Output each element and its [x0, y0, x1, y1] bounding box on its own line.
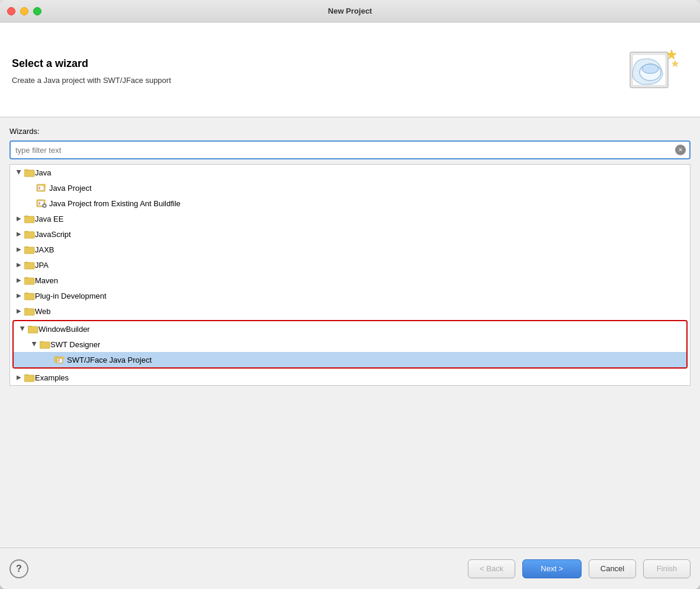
svg-rect-21	[24, 293, 34, 300]
close-button[interactable]	[7, 7, 15, 15]
folder-icon-plugin-dev	[24, 291, 35, 300]
javascript-label: JavaScript	[35, 230, 71, 239]
finish-button[interactable]: Finish	[643, 559, 691, 578]
header-area: Select a wizard Create a Java project wi…	[0, 23, 700, 117]
tree-item-web[interactable]: ▶ Web	[10, 303, 690, 319]
tree-item-java[interactable]: ▶ Java	[10, 165, 690, 180]
maximize-button[interactable]	[33, 7, 41, 15]
java-project-label: Java Project	[49, 184, 92, 193]
filter-input-wrapper: ×	[9, 140, 691, 159]
jp-ant-icon: J	[36, 199, 47, 208]
tree-item-java-project[interactable]: ▶ J Java Project	[10, 180, 690, 196]
maven-label: Maven	[35, 276, 58, 285]
svg-rect-24	[40, 342, 50, 348]
bottom-area	[0, 393, 700, 548]
wizards-label: Wizards:	[9, 127, 691, 136]
arrow-jpa: ▶	[15, 261, 23, 269]
folder-icon-examples	[24, 373, 35, 382]
title-bar: New Project	[0, 0, 700, 23]
arrow-jaxb: ▶	[15, 245, 23, 254]
tree-item-java-project-ant[interactable]: ▶ J Java Project from Existing Ant Build…	[10, 196, 690, 211]
window-title: New Project	[328, 7, 372, 15]
svg-point-3	[642, 64, 659, 73]
java-project-ant-label: Java Project from Existing Ant Buildfile	[49, 199, 181, 208]
arrow-examples: ▶	[15, 373, 23, 382]
clear-icon[interactable]: ×	[675, 145, 686, 155]
page-subtitle: Create a Java project with SWT/JFace sup…	[12, 76, 171, 85]
arrow-swt-designer: ▶	[30, 340, 38, 348]
svg-rect-20	[24, 278, 34, 284]
tree-item-plugin-dev[interactable]: ▶ Plug-in Development	[10, 288, 690, 303]
wizard-icon-area	[617, 41, 688, 101]
arrow-javascript: ▶	[15, 230, 23, 238]
tree-container[interactable]: ▶ Java ▶ J	[9, 164, 691, 386]
jp-icon: J	[36, 183, 47, 193]
arrow-java-ee: ▶	[15, 215, 23, 223]
help-button[interactable]: ?	[9, 559, 28, 578]
java-ee-label: Java EE	[35, 215, 63, 223]
tree-item-javascript[interactable]: ▶ JavaScript	[10, 226, 690, 242]
next-button[interactable]: Next >	[522, 559, 582, 578]
svg-rect-22	[24, 309, 34, 315]
arrow-windowbuilder: ▶	[18, 325, 27, 333]
tree-item-jaxb[interactable]: ▶ JAXB	[10, 242, 690, 257]
svg-rect-17	[24, 232, 34, 238]
traffic-lights	[7, 7, 41, 15]
page-title: Select a wizard	[12, 57, 171, 70]
folder-icon-java	[24, 168, 35, 177]
windowbuilder-label: WindowBuilder	[38, 325, 90, 334]
arrow-maven: ▶	[15, 276, 23, 284]
folder-icon-windowbuilder	[28, 324, 38, 334]
tree-item-maven[interactable]: ▶ Maven	[10, 273, 690, 288]
svg-text:J: J	[38, 201, 40, 205]
button-bar: ? < Back Next > Cancel Finish	[0, 548, 700, 589]
wizard-icon	[624, 47, 681, 95]
arrow-web: ▶	[15, 307, 23, 315]
folder-icon-javascript	[24, 229, 35, 239]
svg-rect-6	[24, 170, 34, 177]
folder-icon-maven	[24, 276, 35, 285]
svg-rect-19	[24, 263, 34, 269]
folder-icon-web	[24, 306, 35, 316]
tree-item-java-ee[interactable]: ▶ Java EE	[10, 211, 690, 226]
jpa-label: JPA	[35, 261, 49, 270]
header-text: Select a wizard Create a Java project wi…	[12, 57, 171, 85]
cancel-button[interactable]: Cancel	[589, 559, 636, 578]
tree-item-swt-jface[interactable]: ▶ J SWT/JFace Java Project	[14, 352, 686, 367]
svg-rect-30	[24, 375, 34, 382]
plugin-dev-label: Plug-in Development	[35, 292, 107, 300]
swt-jface-icon: J	[54, 355, 65, 364]
folder-icon-java-ee	[24, 214, 35, 223]
clear-icon-x: ×	[678, 146, 682, 154]
arrow-plugin-dev: ▶	[15, 292, 23, 300]
tree-item-windowbuilder[interactable]: ▶ WindowBuilder	[14, 321, 686, 337]
dialog-window: New Project Select a wizard Create a Jav…	[0, 0, 700, 589]
body-area: Wizards: × ▶ Java	[0, 117, 700, 393]
folder-icon-swt-designer	[40, 340, 50, 349]
minimize-button[interactable]	[20, 7, 28, 15]
tree-item-swt-designer[interactable]: ▶ SWT Designer	[14, 337, 686, 352]
swt-designer-label: SWT Designer	[50, 340, 100, 349]
back-button[interactable]: < Back	[468, 559, 515, 578]
svg-marker-5	[672, 60, 679, 67]
svg-rect-16	[24, 216, 34, 223]
filter-input[interactable]	[9, 140, 691, 159]
svg-rect-18	[24, 247, 34, 254]
dialog-content: Select a wizard Create a Java project wi…	[0, 23, 700, 589]
web-label: Web	[35, 307, 51, 316]
svg-rect-23	[28, 326, 38, 333]
folder-icon-jpa	[24, 260, 35, 270]
arrow-java: ▶	[15, 168, 23, 177]
tree-item-examples[interactable]: ▶ Examples	[10, 370, 690, 385]
highlighted-section: ▶ WindowBuilder ▶	[12, 320, 688, 369]
jaxb-label: JAXB	[35, 245, 54, 254]
examples-label: Examples	[35, 373, 69, 382]
svg-point-15	[44, 205, 46, 207]
svg-text:J: J	[58, 358, 60, 362]
svg-text:J: J	[38, 186, 40, 190]
folder-icon-jaxb	[24, 245, 35, 254]
tree-item-jpa[interactable]: ▶ JPA	[10, 257, 690, 273]
swt-jface-label: SWT/JFace Java Project	[67, 356, 152, 364]
java-label: Java	[35, 168, 51, 177]
